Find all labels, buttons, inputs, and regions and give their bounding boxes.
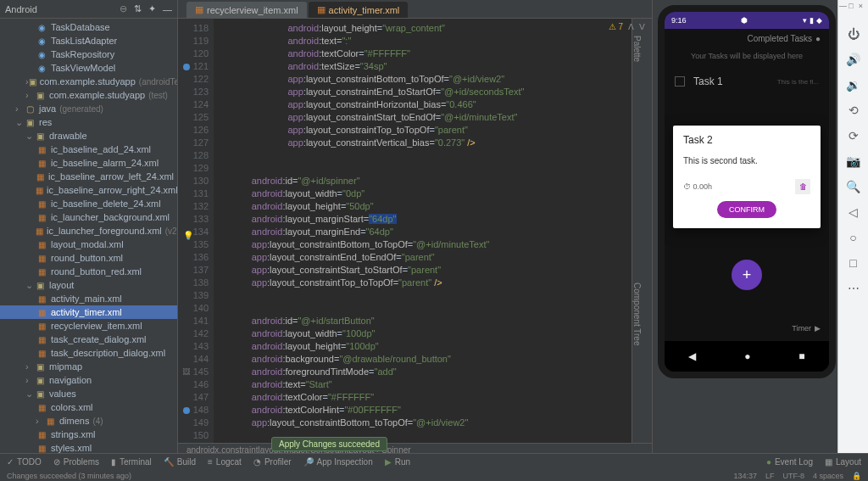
next-highlight-icon[interactable]: ᐯ [639, 22, 645, 31]
package-folder[interactable]: ›▣com.example.studyapp(androidTest) [0, 75, 177, 88]
file-xml[interactable]: ▦task_description_dialog.xml [0, 346, 177, 360]
build-tool[interactable]: 🔨Build [164, 457, 196, 467]
project-view-selector[interactable]: Android [5, 4, 37, 14]
file-xml[interactable]: ▦round_button.xml [0, 251, 177, 265]
file-xml[interactable]: ▦task_create_dialog.xml [0, 333, 177, 346]
settings-icon[interactable]: ✦ [148, 3, 156, 14]
file-dimens[interactable]: ›▦dimens(4) [0, 414, 177, 428]
file-kt[interactable]: ◉TaskViewModel [0, 61, 177, 75]
file-xml[interactable]: ▦activity_main.xml [0, 292, 177, 305]
app-inspection-tool[interactable]: 🔎App Inspection [303, 457, 373, 467]
delete-icon[interactable]: 🗑 [795, 179, 810, 194]
file-xml[interactable]: ▦ic_launcher_background.xml [0, 210, 177, 224]
file-xml[interactable]: ▦ic_baseline_delete_24.xml [0, 197, 177, 210]
palette-label[interactable]: Palette [632, 36, 642, 62]
drawable-folder[interactable]: ⌄▣drawable [0, 129, 177, 143]
run-tool[interactable]: ▶Run [385, 457, 410, 467]
component-tree-label[interactable]: Component Tree [632, 282, 642, 346]
emulator-device[interactable]: 9:16 ⬢ ▾▮◆ Completed Tasks● Your Tasks w… [658, 5, 836, 378]
volume-up-icon[interactable]: 🔊 [845, 51, 862, 68]
emulator-toolbar: —□× ⏻ 🔊 🔉 ⟲ ⟳ 📷 🔍 ◁ ○ □ ⋯ [837, 0, 868, 458]
logcat-tool[interactable]: ≡Logcat [208, 457, 242, 467]
nav-recents-icon[interactable]: ■ [798, 350, 804, 362]
collapse-icon[interactable]: ⊖ [120, 3, 127, 14]
event-log-tool[interactable]: ●Event Log [766, 457, 813, 467]
sidebar-toolbar: Android ⊖ ⇅ ✦ — [0, 0, 177, 19]
editor-inspections[interactable]: ⚠ 7 ᐱ ᐯ [609, 22, 645, 31]
file-kt[interactable]: ◉TaskDatabase [0, 20, 177, 34]
line-separator[interactable]: LF [765, 472, 775, 480]
terminal-tool[interactable]: ▮Terminal [111, 457, 152, 467]
warning-count[interactable]: ⚠ 7 [609, 22, 623, 31]
completed-tasks-label[interactable]: Completed Tasks [747, 34, 812, 43]
file-xml[interactable]: ▦ic_baseline_add_24.xml [0, 143, 177, 156]
cursor-position[interactable]: 134:37 [733, 472, 757, 480]
timer-label[interactable]: Timer [792, 324, 811, 333]
zoom-icon[interactable]: 🔍 [845, 178, 862, 195]
task-subtitle: This is the fi... [777, 78, 819, 86]
maximize-icon[interactable]: □ [849, 2, 856, 10]
circle-icon: ● [815, 34, 821, 43]
apply-changes-toast: Apply Changes succeeded [271, 437, 387, 451]
confirm-button[interactable]: CONFIRM [717, 201, 776, 218]
file-kt[interactable]: ◉TaskRepository [0, 48, 177, 61]
layout-folder[interactable]: ⌄▣layout [0, 278, 177, 292]
tool-window-bar: ✓TODO ⊘Problems ▮Terminal 🔨Build ≡Logcat… [0, 453, 868, 470]
volume-down-icon[interactable]: 🔉 [845, 76, 862, 93]
file-xml[interactable]: ▦ic_baseline_alarm_24.xml [0, 156, 177, 170]
file-xml[interactable]: ▦layout_modal.xml [0, 238, 177, 251]
power-icon[interactable]: ⏻ [845, 25, 862, 42]
res-folder[interactable]: ⌄▣res [0, 115, 177, 129]
indent-setting[interactable]: 4 spaces [813, 472, 843, 480]
code-editor[interactable]: android:layout_height="wrap_content" and… [214, 19, 632, 443]
hide-icon[interactable]: — [163, 4, 172, 14]
camera-icon[interactable]: 📷 [845, 153, 862, 170]
package-folder[interactable]: ›▣com.example.studyapp(test) [0, 88, 177, 102]
tab-activity-timer[interactable]: ▦activity_timer.xml [309, 2, 409, 18]
file-xml[interactable]: ▦strings.xml [0, 428, 177, 441]
phone-time: 9:16 [671, 16, 687, 25]
rotate-left-icon[interactable]: ⟲ [845, 102, 862, 119]
mipmap-folder[interactable]: ›▣mipmap [0, 360, 177, 373]
file-kt[interactable]: ◉TaskListAdapter [0, 34, 177, 48]
java-gen-folder[interactable]: ›▢java(generated) [0, 102, 177, 115]
file-xml[interactable]: ▦round_button_red.xml [0, 265, 177, 278]
values-folder[interactable]: ⌄▣values [0, 387, 177, 400]
file-xml[interactable]: ▦ic_baseline_arrow_left_24.xml [0, 170, 177, 183]
checkbox-icon[interactable] [675, 76, 685, 87]
prev-highlight-icon[interactable]: ᐱ [628, 22, 634, 31]
minimize-icon[interactable]: — [839, 2, 847, 10]
task-row[interactable]: Task 1 This is the fi... [665, 69, 829, 94]
phone-navbar: ◀ ● ■ [665, 341, 829, 372]
nav-back-icon[interactable]: ◀ [688, 350, 696, 362]
home-icon[interactable]: ○ [845, 229, 862, 246]
lock-icon[interactable]: 🔒 [852, 472, 861, 480]
back-icon[interactable]: ◁ [845, 204, 862, 221]
overview-icon[interactable]: □ [845, 254, 862, 271]
emulator-panel: 9:16 ⬢ ▾▮◆ Completed Tasks● Your Tasks w… [652, 0, 868, 458]
close-icon[interactable]: × [859, 2, 866, 10]
tab-recyclerview[interactable]: ▦recyclerview_item.xml [186, 2, 307, 18]
phone-statusbar: 9:16 ⬢ ▾▮◆ [665, 12, 829, 29]
file-tree[interactable]: ◉TaskDatabase ◉TaskListAdapter ◉TaskRepo… [0, 19, 177, 458]
problems-tool[interactable]: ⊘Problems [53, 457, 99, 467]
rotate-right-icon[interactable]: ⟳ [845, 127, 862, 144]
more-icon[interactable]: ⋯ [845, 280, 862, 297]
todo-tool[interactable]: ✓TODO [7, 457, 42, 467]
file-xml[interactable]: ▦recyclerview_item.xml [0, 319, 177, 333]
palette-rail[interactable]: Palette Component Tree [632, 19, 652, 443]
fab-add-button[interactable]: + [732, 260, 762, 290]
expand-icon[interactable]: ⇅ [134, 3, 142, 14]
profiler-tool[interactable]: ◔Profiler [253, 457, 292, 467]
file-xml-selected[interactable]: ▦activity_timer.xml [0, 305, 177, 319]
file-encoding[interactable]: UTF-8 [782, 472, 804, 480]
project-sidebar: Android ⊖ ⇅ ✦ — ◉TaskDatabase ◉TaskListA… [0, 0, 178, 458]
file-xml[interactable]: ▦ic_baseline_arrow_right_24.xml [0, 183, 177, 197]
file-xml[interactable]: ▦ic_launcher_foreground.xml(v24) [0, 224, 177, 238]
navigation-folder[interactable]: ›▣navigation [0, 373, 177, 387]
gutter: 1181191201211221231241251261271281291301… [178, 19, 214, 443]
layout-inspector-tool[interactable]: ▦Layout [825, 457, 861, 467]
play-icon[interactable]: ▶ [815, 324, 821, 333]
nav-home-icon[interactable]: ● [744, 350, 750, 362]
file-xml[interactable]: ▦colors.xml [0, 400, 177, 414]
